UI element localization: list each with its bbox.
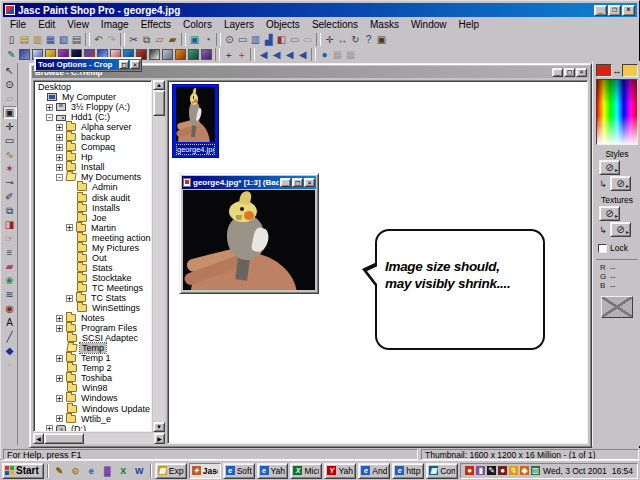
print-icon[interactable]: ▤ bbox=[70, 33, 83, 46]
swap-colors-icon[interactable]: ↔ bbox=[612, 66, 622, 76]
effect-13-icon[interactable] bbox=[175, 49, 186, 60]
tree-item[interactable]: -My Documents bbox=[34, 172, 151, 182]
tree-item[interactable]: Temp 2 bbox=[34, 363, 151, 373]
tree-hscroll-thumb[interactable] bbox=[44, 433, 84, 444]
scroll-right-icon[interactable]: ▶ bbox=[154, 433, 165, 444]
tree-expander-icon[interactable]: + bbox=[56, 154, 63, 161]
paste-icon[interactable]: ▱ bbox=[153, 33, 166, 46]
taskbar-task-computer[interactable]: ▣Com... bbox=[426, 463, 458, 479]
foreground-color-swatch[interactable] bbox=[596, 64, 612, 77]
tree-item[interactable]: Win98 bbox=[34, 383, 151, 393]
image-minimize-button[interactable]: _ bbox=[280, 178, 291, 187]
flood-fill-tool-icon[interactable]: ◉ bbox=[3, 302, 17, 315]
tree-item[interactable]: +Martin bbox=[34, 223, 151, 233]
tree-item[interactable]: Windows Update Setup bbox=[34, 404, 151, 414]
tree-item[interactable]: +Compaq bbox=[34, 142, 151, 152]
tree-item[interactable]: +Windows bbox=[34, 393, 151, 403]
menu-image[interactable]: Image bbox=[95, 19, 135, 30]
tree-item[interactable]: +Temp 1 bbox=[34, 353, 151, 363]
scratch-remover-tool-icon[interactable]: ≡ bbox=[3, 246, 17, 259]
tree-expander-icon[interactable]: + bbox=[56, 395, 63, 402]
tree-item[interactable]: -Hdd1 (C:) bbox=[34, 112, 151, 122]
menu-edit[interactable]: Edit bbox=[32, 19, 61, 30]
arrow-prev-2-icon[interactable]: ◀ bbox=[270, 48, 283, 61]
pen-icon[interactable]: ✎ bbox=[487, 466, 496, 475]
taskbar-task-paint-shop-pro[interactable]: ✦Jasc ... bbox=[189, 463, 221, 479]
tree-item[interactable]: Admin bbox=[34, 182, 151, 192]
save-as-icon[interactable]: ▧ bbox=[57, 33, 70, 46]
taskbar-task-yahoo[interactable]: YYaho... bbox=[324, 463, 356, 479]
mover-tool-icon[interactable]: ✛ bbox=[3, 120, 17, 133]
tree-expander-icon[interactable]: + bbox=[56, 124, 63, 131]
tree-item[interactable]: WinSettings bbox=[34, 303, 151, 313]
tool-options-toggle-icon[interactable]: ✎ bbox=[5, 48, 18, 61]
menu-objects[interactable]: Objects bbox=[260, 19, 306, 30]
tree-item[interactable]: My Pictures bbox=[34, 243, 151, 253]
tree-horizontal-scrollbar[interactable]: ◀ ▶ bbox=[33, 433, 165, 444]
tree-expander-icon[interactable]: + bbox=[56, 164, 63, 171]
image-close-button[interactable]: × bbox=[304, 178, 315, 187]
browse-close-button[interactable]: × bbox=[576, 68, 587, 77]
tree-item[interactable]: +Program Files bbox=[34, 323, 151, 333]
taskbar-task-internet-explorer[interactable]: ehttp:... bbox=[392, 463, 424, 479]
arrow-prev-1-icon[interactable]: ◀ bbox=[257, 48, 270, 61]
scheduler-icon[interactable]: ◆ bbox=[520, 466, 529, 475]
world-ball-icon[interactable]: ● bbox=[318, 48, 331, 61]
effect-14-icon[interactable] bbox=[188, 49, 199, 60]
tree-expander-icon[interactable]: + bbox=[66, 295, 73, 302]
toolbox-lock-icon[interactable]: ▣ bbox=[375, 33, 388, 46]
open-icon[interactable]: ▤ bbox=[18, 33, 31, 46]
new-icon[interactable]: ▯ bbox=[5, 33, 18, 46]
swap-styles-icon[interactable]: ↳ bbox=[596, 179, 610, 189]
freehand-tool-icon[interactable]: ∿ bbox=[3, 148, 17, 161]
toggle-image-icon[interactable]: ◧ bbox=[275, 33, 288, 46]
paste-as-new-icon[interactable]: ▰ bbox=[166, 33, 179, 46]
taskbar-task-internet-explorer[interactable]: eAndy... bbox=[358, 463, 390, 479]
antivirus-icon[interactable]: ● bbox=[465, 466, 474, 475]
internet-explorer-icon[interactable]: e bbox=[84, 464, 99, 478]
copy-icon[interactable]: ⧉ bbox=[140, 33, 153, 46]
tray-clock[interactable]: 16:54 bbox=[612, 466, 633, 476]
selection-tool-icon[interactable]: ▭ bbox=[3, 134, 17, 147]
swap-textures-icon[interactable]: ↳ bbox=[596, 225, 610, 235]
timer-icon[interactable]: ◔ bbox=[201, 33, 214, 46]
scroll-up-icon[interactable]: ▲ bbox=[153, 80, 165, 90]
color-replacer-tool-icon[interactable]: ◨ bbox=[3, 218, 17, 231]
menu-effects[interactable]: Effects bbox=[135, 19, 177, 30]
arrow-prev-3-icon[interactable]: ◀ bbox=[283, 48, 296, 61]
plus-red-icon[interactable]: ＋ bbox=[235, 48, 248, 61]
tool-options-close-button[interactable]: × bbox=[130, 60, 140, 69]
chart-icon[interactable]: ▟ bbox=[262, 33, 275, 46]
move-layer-icon[interactable]: ↔ bbox=[336, 33, 349, 46]
tree-item[interactable]: meeting actions bbox=[34, 233, 151, 243]
save-icon[interactable]: ▦ bbox=[44, 33, 57, 46]
taskbar-task-excel[interactable]: XMicr... bbox=[290, 463, 322, 479]
tree-expander-icon[interactable]: - bbox=[46, 114, 53, 121]
tree-item[interactable]: Stats bbox=[34, 263, 151, 273]
foreground-style-button[interactable]: ⊘ bbox=[599, 160, 620, 175]
draw-tool-icon[interactable]: ╱ bbox=[3, 330, 17, 343]
toggle-palette-icon[interactable]: ▭ bbox=[288, 33, 301, 46]
tree-expander-icon[interactable]: - bbox=[56, 174, 63, 181]
effect-15-icon[interactable] bbox=[201, 49, 212, 60]
refresh-icon[interactable]: ↻ bbox=[349, 33, 362, 46]
network-icon[interactable]: ▥ bbox=[531, 466, 540, 475]
tree-item[interactable]: +Wtlib_e bbox=[34, 414, 151, 424]
tree-item[interactable]: +Toshiba bbox=[34, 373, 151, 383]
redo-icon[interactable]: ↷ bbox=[105, 33, 118, 46]
close-button[interactable]: × bbox=[622, 5, 635, 16]
plus-black-icon[interactable]: ＋ bbox=[222, 48, 235, 61]
start-button[interactable]: Start bbox=[2, 463, 44, 479]
menu-colors[interactable]: Colors bbox=[177, 19, 218, 30]
word-icon[interactable]: W bbox=[132, 464, 147, 478]
tree-item[interactable]: Out bbox=[34, 253, 151, 263]
grayed-a-icon[interactable]: ▦ bbox=[331, 48, 344, 61]
taskbar-task-explorer[interactable]: ▤Expl... bbox=[155, 463, 187, 479]
foreground-texture-button[interactable]: ⊘ bbox=[599, 206, 620, 221]
taskbar-task-internet-explorer[interactable]: eSoft... bbox=[223, 463, 255, 479]
printer-icon[interactable]: ▮ bbox=[476, 466, 485, 475]
text-tool-icon[interactable]: A bbox=[3, 316, 17, 329]
tree-expander-icon[interactable]: + bbox=[56, 415, 63, 422]
media-icon[interactable]: ▓ bbox=[100, 464, 115, 478]
thumbnail-george4-selected[interactable]: george4.jpg bbox=[172, 84, 219, 158]
